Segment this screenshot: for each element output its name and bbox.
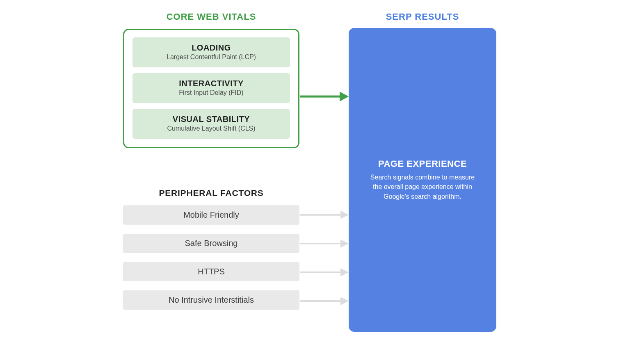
svg-marker-9 bbox=[340, 297, 349, 305]
pf-item-safe-browsing: Safe Browsing bbox=[123, 234, 299, 253]
svg-marker-5 bbox=[340, 239, 349, 248]
peripheral-factors-title: PERIPHERAL FACTORS bbox=[139, 188, 283, 198]
serp-results-title: SERP RESULTS bbox=[349, 12, 496, 22]
svg-marker-3 bbox=[340, 211, 349, 219]
cwv-item-subtitle: Cumulative Layout Shift (CLS) bbox=[137, 125, 286, 132]
cwv-item-title: INTERACTIVITY bbox=[137, 79, 286, 88]
arrow-right-icon bbox=[300, 237, 349, 250]
pf-item-no-intrusive-interstitials: No Intrusive Interstitials bbox=[123, 290, 299, 310]
svg-marker-1 bbox=[340, 92, 349, 101]
arrow-right-icon bbox=[300, 209, 349, 221]
core-web-vitals-box: LOADING Largest Contentful Paint (LCP) I… bbox=[123, 29, 299, 148]
page-experience-heading: PAGE EXPERIENCE bbox=[378, 159, 467, 169]
pf-item-mobile-friendly: Mobile Friendly bbox=[123, 205, 299, 225]
core-web-vitals-title: CORE WEB VITALS bbox=[123, 12, 299, 22]
pf-item-https: HTTPS bbox=[123, 262, 299, 281]
arrow-right-icon bbox=[300, 88, 349, 105]
svg-marker-7 bbox=[340, 268, 349, 276]
cwv-item-visual-stability: VISUAL STABILITY Cumulative Layout Shift… bbox=[132, 109, 290, 139]
cwv-item-interactivity: INTERACTIVITY First Input Delay (FID) bbox=[132, 73, 290, 103]
page-experience-description: Search signals combine to measure the ov… bbox=[365, 172, 480, 201]
pf-row: Mobile Friendly bbox=[123, 205, 299, 225]
cwv-item-loading: LOADING Largest Contentful Paint (LCP) bbox=[132, 37, 290, 67]
pf-row: No Intrusive Interstitials bbox=[123, 290, 299, 310]
arrow-right-icon bbox=[300, 266, 349, 278]
peripheral-factors-list: Mobile Friendly Safe Browsing HTTPS No I… bbox=[123, 205, 299, 310]
serp-results-panel: PAGE EXPERIENCE Search signals combine t… bbox=[349, 28, 496, 332]
cwv-item-subtitle: First Input Delay (FID) bbox=[137, 89, 286, 97]
arrow-right-icon bbox=[300, 295, 349, 307]
diagram-root: CORE WEB VITALS SERP RESULTS LOADING Lar… bbox=[0, 0, 644, 345]
cwv-item-title: VISUAL STABILITY bbox=[137, 115, 286, 124]
pf-row: Safe Browsing bbox=[123, 234, 299, 253]
pf-row: HTTPS bbox=[123, 262, 299, 281]
cwv-item-subtitle: Largest Contentful Paint (LCP) bbox=[137, 53, 286, 61]
cwv-item-title: LOADING bbox=[137, 43, 286, 53]
